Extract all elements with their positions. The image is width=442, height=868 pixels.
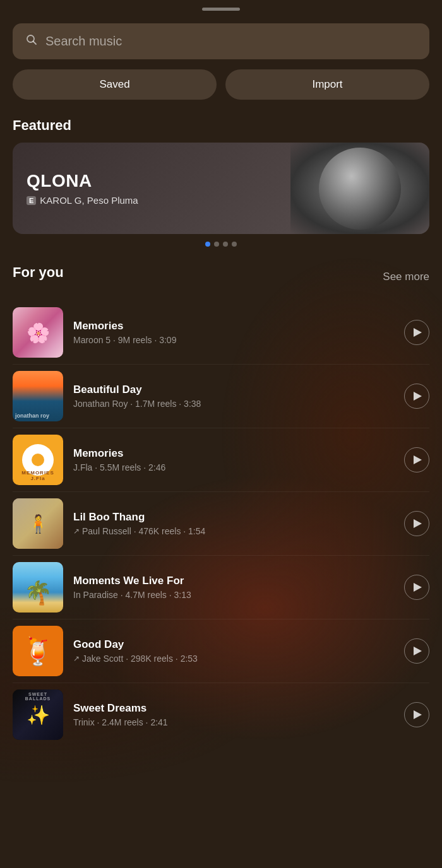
top-handle bbox=[202, 8, 240, 11]
dot-3[interactable] bbox=[223, 242, 228, 247]
trending-icon: ↗ bbox=[73, 654, 80, 663]
music-artist: Paul Russell · 476K reels · 1:54 bbox=[82, 526, 205, 536]
tab-saved[interactable]: Saved bbox=[13, 69, 217, 100]
album-art-memories-jfla: MEMORIESJ.Fla bbox=[13, 435, 63, 485]
music-item: 🌴 Moments We Live For In Paradise · 4.7M… bbox=[13, 556, 429, 619]
play-button[interactable] bbox=[404, 447, 429, 472]
music-item: jonathan roy Beautiful Day Jonathan Roy … bbox=[13, 365, 429, 428]
music-title: Beautiful Day bbox=[73, 384, 394, 396]
music-info: Lil Boo Thang ↗ Paul Russell · 476K reel… bbox=[73, 511, 394, 536]
featured-artist-image bbox=[290, 143, 429, 234]
tab-import[interactable]: Import bbox=[225, 69, 429, 100]
play-icon bbox=[414, 647, 422, 655]
featured-title: QLONA bbox=[27, 171, 138, 191]
search-icon bbox=[25, 33, 38, 49]
music-title: Moments We Live For bbox=[73, 575, 394, 587]
music-title: Good Day bbox=[73, 638, 394, 651]
artist-silhouette bbox=[319, 148, 401, 230]
music-meta: In Paradise · 4.7M reels · 3:13 bbox=[73, 590, 394, 600]
album-art-sweet-dreams: ✨ SWEETBALLADS bbox=[13, 689, 63, 740]
album-art-good-day: 🍹 bbox=[13, 626, 63, 676]
play-button[interactable] bbox=[404, 702, 429, 727]
see-more-button[interactable]: See more bbox=[383, 271, 429, 283]
dot-4[interactable] bbox=[232, 242, 237, 247]
music-artist: J.Fla · 5.5M reels · 2:46 bbox=[73, 462, 165, 472]
music-meta: ↗ Jake Scott · 298K reels · 2:53 bbox=[73, 654, 394, 664]
featured-card-content: QLONA E KAROL G, Peso Pluma bbox=[13, 143, 152, 234]
album-art-memories-maroon5 bbox=[13, 307, 63, 358]
music-meta: J.Fla · 5.5M reels · 2:46 bbox=[73, 462, 394, 472]
trending-icon: ↗ bbox=[73, 527, 80, 536]
music-info: Sweet Dreams Trinix · 2.4M reels · 2:41 bbox=[73, 702, 394, 727]
music-info: Moments We Live For In Paradise · 4.7M r… bbox=[73, 575, 394, 600]
search-placeholder: Search music bbox=[45, 34, 122, 49]
music-info: Good Day ↗ Jake Scott · 298K reels · 2:5… bbox=[73, 638, 394, 664]
music-item: Memories Maroon 5 · 9M reels · 3:09 bbox=[13, 301, 429, 365]
music-item: PAUL RUSSELL 🧍 Lil Boo Thang ↗ Paul Russ… bbox=[13, 492, 429, 556]
music-artist: Jonathan Roy · 1.7M reels · 3:38 bbox=[73, 399, 201, 409]
music-meta: Trinix · 2.4M reels · 2:41 bbox=[73, 717, 394, 727]
music-item: ✨ SWEETBALLADS Sweet Dreams Trinix · 2.4… bbox=[13, 683, 429, 746]
dot-1[interactable] bbox=[205, 242, 210, 247]
featured-subtitle: E KAROL G, Peso Pluma bbox=[27, 195, 138, 206]
music-title: Lil Boo Thang bbox=[73, 511, 394, 524]
svg-line-1 bbox=[33, 42, 37, 45]
music-title: Sweet Dreams bbox=[73, 702, 394, 715]
play-button[interactable] bbox=[404, 384, 429, 409]
music-artist: In Paradise · 4.7M reels · 3:13 bbox=[73, 590, 191, 600]
art-text: MEMORIESJ.Fla bbox=[13, 470, 63, 481]
music-artist: Maroon 5 · 9M reels · 3:09 bbox=[73, 335, 176, 345]
music-info: Memories J.Fla · 5.5M reels · 2:46 bbox=[73, 447, 394, 472]
music-meta: Jonathan Roy · 1.7M reels · 3:38 bbox=[73, 399, 394, 409]
music-info: Memories Maroon 5 · 9M reels · 3:09 bbox=[73, 320, 394, 345]
play-button[interactable] bbox=[404, 638, 429, 664]
music-artist: Trinix · 2.4M reels · 2:41 bbox=[73, 717, 168, 727]
search-bar[interactable]: Search music bbox=[13, 23, 429, 59]
music-title: Memories bbox=[73, 447, 394, 460]
play-icon bbox=[414, 392, 422, 401]
play-icon bbox=[414, 455, 422, 464]
album-art-moments-we-live-for: 🌴 bbox=[13, 562, 63, 613]
music-meta: ↗ Paul Russell · 476K reels · 1:54 bbox=[73, 526, 394, 536]
dot-2[interactable] bbox=[214, 242, 219, 247]
album-art-lil-boo-thang: PAUL RUSSELL 🧍 bbox=[13, 498, 63, 549]
featured-heading: Featured bbox=[13, 117, 429, 134]
play-icon bbox=[414, 519, 422, 528]
for-you-heading: For you bbox=[13, 264, 64, 281]
art-label: jonathan roy bbox=[15, 413, 49, 419]
music-artist: Jake Scott · 298K reels · 2:53 bbox=[82, 654, 198, 664]
for-you-header: For you See more bbox=[13, 264, 429, 290]
music-meta: Maroon 5 · 9M reels · 3:09 bbox=[73, 335, 394, 345]
play-button[interactable] bbox=[404, 575, 429, 600]
music-item: MEMORIESJ.Fla Memories J.Fla · 5.5M reel… bbox=[13, 428, 429, 492]
play-icon bbox=[414, 328, 422, 337]
play-button[interactable] bbox=[404, 511, 429, 536]
music-title: Memories bbox=[73, 320, 394, 332]
music-item: 🍹 Good Day ↗ Jake Scott · 298K reels · 2… bbox=[13, 619, 429, 683]
play-icon bbox=[414, 583, 422, 592]
music-info: Beautiful Day Jonathan Roy · 1.7M reels … bbox=[73, 384, 394, 409]
featured-artists: KAROL G, Peso Pluma bbox=[40, 195, 138, 206]
play-button[interactable] bbox=[404, 320, 429, 345]
play-icon bbox=[414, 710, 422, 719]
album-art-beautiful-day: jonathan roy bbox=[13, 371, 63, 421]
explicit-badge: E bbox=[27, 196, 36, 205]
tab-row: Saved Import bbox=[13, 69, 429, 100]
featured-card[interactable]: QLONA E KAROL G, Peso Pluma bbox=[13, 143, 429, 234]
carousel-dots bbox=[13, 242, 429, 247]
music-list: Memories Maroon 5 · 9M reels · 3:09 jona… bbox=[13, 301, 429, 746]
